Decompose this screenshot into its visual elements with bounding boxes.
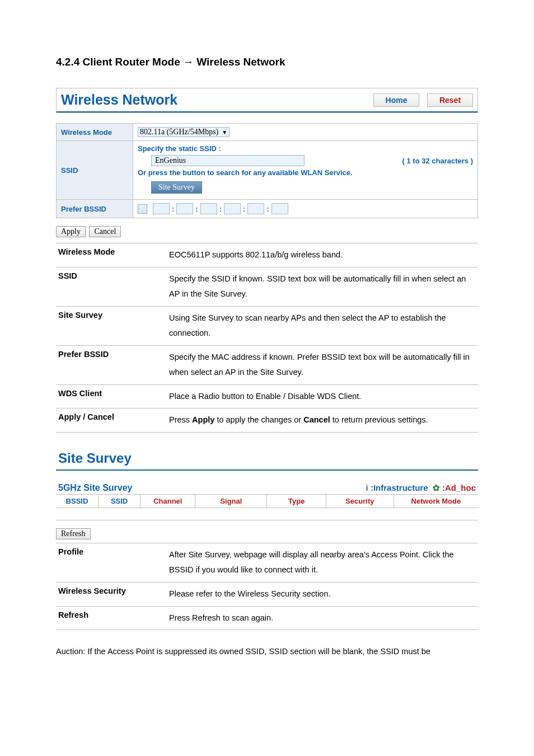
refresh-button[interactable]: Refresh [56,528,91,539]
chevron-down-icon: ▼ [222,129,227,135]
table-row: Wireless Mode EOC5611P supports 802.11a/… [56,243,478,267]
table-row: Refresh Press Refresh to scan again. [56,606,478,630]
bssid-octet-2[interactable] [176,203,193,214]
table-row: Profile After Site Survey, webpage will … [56,543,478,582]
desc-key: Wireless Security [56,583,167,607]
wireless-form-table: Wireless Mode 802.11a (5GHz/54Mbps) ▼ SS… [56,123,478,218]
home-button[interactable]: Home [373,93,419,107]
desc-key: SSID [56,267,167,306]
col-ssid[interactable]: SSID [98,494,140,508]
desc-val: Please refer to the Wireless Security se… [167,583,478,607]
site-survey-button[interactable]: Site Survey [151,181,202,194]
desc-val: Specify the MAC address if known. Prefer… [167,345,478,384]
ssid-caption-2: Or press the button to search for any av… [138,168,473,177]
col-network-mode[interactable]: Network Mode [394,494,478,508]
ssid-label: SSID [57,141,133,200]
desc-key: Refresh [56,606,167,630]
site-survey-title: Site Survey [58,450,132,466]
prefer-bssid-checkbox[interactable] [138,204,147,214]
site-survey-subtitle: 5GHz Site Survey [58,483,133,493]
desc-key: Profile [56,543,167,582]
desc-val: Press Refresh to scan again. [167,606,478,630]
trailing-note: Auction: If the Access Point is suppress… [56,645,478,659]
col-signal[interactable]: Signal [195,494,267,508]
adhoc-icon: ✿ [433,483,440,492]
table-row: Prefer BSSID Specify the MAC address if … [56,345,478,384]
col-channel[interactable]: Channel [140,494,195,508]
desc-val: After Site Survey, webpage will display … [167,543,478,582]
bssid-octet-5[interactable] [247,203,264,214]
section-heading: 4.2.4 Client Router Mode → Wireless Netw… [56,56,478,68]
bssid-octet-6[interactable] [271,203,288,214]
wireless-mode-value: 802.11a (5GHz/54Mbps) [140,128,218,137]
infrastructure-icon: i [366,483,368,492]
desc-key: Site Survey [56,306,167,345]
desc-key: Wireless Mode [56,243,167,267]
col-security[interactable]: Security [326,494,394,508]
wireless-network-panel: Wireless Network Home Reset [56,88,478,113]
table-row: Apply / Cancel Press Apply to apply the … [56,408,478,433]
reset-button[interactable]: Reset [427,93,473,107]
site-survey-legend: i :Infrastructure ✿ :Ad_hoc [366,483,476,493]
table-row: WDS Client Place a Radio button to Enabl… [56,384,478,408]
table-row: Site Survey Using Site Survey to scan ne… [56,306,478,345]
table-row: SSID Specify the SSID if known. SSID tex… [56,267,478,306]
desc-val: Press Apply to apply the changes or Canc… [167,408,478,433]
wireless-desc-table: Wireless Mode EOC5611P supports 802.11a/… [56,243,478,433]
apply-button[interactable]: Apply [56,226,86,237]
ssid-hint: ( 1 to 32 characters ) [402,157,473,165]
table-row: Wireless Security Please refer to the Wi… [56,583,478,607]
desc-val: Using Site Survey to scan nearby APs and… [167,306,478,345]
bssid-octet-1[interactable] [153,203,170,214]
prefer-bssid-label: Prefer BSSID [57,200,133,218]
bssid-octet-3[interactable] [200,203,217,214]
desc-key: Apply / Cancel [56,408,167,433]
wireless-mode-label: Wireless Mode [57,124,133,141]
desc-val: EOC5611P supports 802.11a/b/g wireless b… [167,243,478,267]
ssid-caption-1: Specify the static SSID : [138,144,473,153]
cancel-button[interactable]: Cancel [89,226,121,237]
desc-val: Place a Radio button to Enable / Disable… [167,384,478,408]
wireless-mode-select[interactable]: 802.11a (5GHz/54Mbps) ▼ [138,127,229,137]
desc-key: WDS Client [56,384,167,408]
bssid-octet-4[interactable] [224,203,241,214]
desc-val: Specify the SSID if known. SSID text box… [167,267,478,306]
site-survey-panel: Site Survey 5GHz Site Survey i :Infrastr… [56,448,478,539]
site-survey-results-table: BSSID SSID Channel Signal Type Security … [56,494,478,520]
ssid-input[interactable]: EnGenius [151,155,305,166]
col-type[interactable]: Type [267,494,326,508]
desc-key: Prefer BSSID [56,345,167,384]
panel-title: Wireless Network [60,92,366,108]
site-survey-desc-table: Profile After Site Survey, webpage will … [56,543,478,630]
col-bssid[interactable]: BSSID [56,494,98,508]
